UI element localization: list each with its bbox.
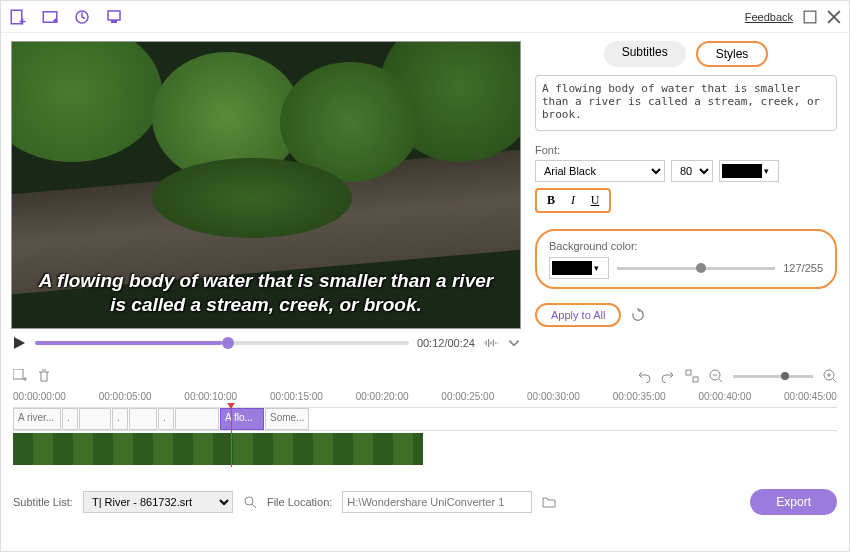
subtitle-list-select[interactable]: T| River - 861732.srt — [83, 491, 233, 513]
subtitle-clip[interactable]: Some... — [265, 408, 309, 430]
opacity-slider[interactable] — [617, 267, 775, 270]
folder-icon[interactable] — [542, 495, 556, 509]
subtitle-clip[interactable] — [79, 408, 111, 430]
zoom-out-icon[interactable] — [709, 369, 723, 383]
timeline-toolbar — [1, 363, 849, 389]
zoom-slider[interactable] — [733, 375, 813, 378]
undo-icon[interactable] — [637, 369, 651, 383]
bold-button[interactable]: B — [543, 193, 559, 208]
waveform-icon[interactable] — [483, 337, 499, 349]
maximize-button[interactable] — [803, 10, 817, 24]
play-button[interactable] — [11, 335, 27, 351]
font-color-picker[interactable]: ▾ — [719, 160, 779, 182]
search-icon[interactable] — [243, 495, 257, 509]
delete-clip-icon[interactable] — [37, 369, 51, 383]
background-section: Background color: ▾ 127/255 — [535, 229, 837, 289]
file-location-label: File Location: — [267, 496, 332, 508]
export-button[interactable]: Export — [750, 489, 837, 515]
seek-bar[interactable] — [35, 341, 409, 345]
bottom-bar: Subtitle List: T| River - 861732.srt Fil… — [1, 469, 849, 523]
timeline: 00:00:00:0000:00:05:0000:00:10:0000:00:1… — [1, 389, 849, 469]
feedback-link[interactable]: Feedback — [745, 11, 793, 23]
import-subtitle-icon[interactable] — [41, 8, 59, 26]
apply-all-button[interactable]: Apply to All — [535, 303, 621, 327]
svg-rect-8 — [693, 377, 698, 382]
font-size-select[interactable]: 80 — [671, 160, 713, 182]
title-bar: Feedback — [1, 1, 849, 33]
opacity-value: 127/255 — [783, 262, 823, 274]
playhead[interactable] — [231, 407, 232, 467]
search-subtitle-icon[interactable] — [105, 8, 123, 26]
time-ruler[interactable]: 00:00:00:0000:00:05:0000:00:10:0000:00:1… — [13, 391, 837, 407]
redo-icon[interactable] — [661, 369, 675, 383]
chevron-down-icon[interactable] — [507, 336, 521, 350]
video-thumbnail-track[interactable] — [13, 433, 423, 465]
svg-rect-3 — [108, 11, 120, 20]
top-right-controls: Feedback — [745, 10, 841, 24]
add-clip-icon[interactable] — [13, 369, 27, 383]
video-column: A flowing body of water that is smaller … — [1, 33, 531, 363]
svg-rect-7 — [686, 370, 691, 375]
subtitle-clip[interactable]: . — [112, 408, 128, 430]
subtitle-overlay: A flowing body of water that is smaller … — [12, 269, 520, 318]
reset-icon[interactable] — [631, 308, 645, 322]
subtitle-clip[interactable]: A river... — [13, 408, 61, 430]
underline-button[interactable]: U — [587, 193, 603, 208]
close-button[interactable] — [827, 10, 841, 24]
ruler-tick: 00:00:15:00 — [270, 391, 323, 407]
bg-color-picker[interactable]: ▾ — [549, 257, 609, 279]
top-left-tools — [9, 8, 123, 26]
text-style-group: B I U — [535, 188, 611, 213]
ruler-tick: 00:00:40:00 — [698, 391, 751, 407]
subtitle-clip[interactable] — [129, 408, 157, 430]
tab-subtitles[interactable]: Subtitles — [604, 41, 686, 67]
ruler-tick: 00:00:00:00 — [13, 391, 66, 407]
ruler-tick: 00:00:05:00 — [99, 391, 152, 407]
ruler-tick: 00:00:25:00 — [441, 391, 494, 407]
ruler-tick: 00:00:30:00 — [527, 391, 580, 407]
auto-generate-icon[interactable] — [73, 8, 91, 26]
font-family-select[interactable]: Arial Black — [535, 160, 665, 182]
font-row: Arial Black 80 ▾ — [535, 160, 837, 182]
subtitle-clip[interactable]: . — [158, 408, 174, 430]
subtitle-clip[interactable] — [175, 408, 219, 430]
svg-point-11 — [245, 497, 253, 505]
subtitle-list-label: Subtitle List: — [13, 496, 73, 508]
font-label: Font: — [535, 144, 837, 156]
video-preview[interactable]: A flowing body of water that is smaller … — [11, 41, 521, 329]
ruler-tick: 00:00:20:00 — [356, 391, 409, 407]
snap-icon[interactable] — [685, 369, 699, 383]
svg-rect-5 — [804, 11, 816, 23]
svg-rect-4 — [111, 20, 117, 23]
time-display: 00:12/00:24 — [417, 337, 475, 349]
subtitle-clip[interactable]: . — [62, 408, 78, 430]
zoom-in-icon[interactable] — [823, 369, 837, 383]
tab-styles[interactable]: Styles — [696, 41, 769, 67]
tab-row: Subtitles Styles — [535, 41, 837, 67]
svg-rect-6 — [13, 369, 23, 379]
subtitle-track[interactable]: A river......A flo...Some... — [13, 407, 837, 431]
playback-controls: 00:12/00:24 — [11, 335, 521, 351]
main-area: A flowing body of water that is smaller … — [1, 33, 849, 363]
italic-button[interactable]: I — [565, 193, 581, 208]
ruler-tick: 00:00:35:00 — [613, 391, 666, 407]
file-location-field[interactable]: H:\Wondershare UniConverter 1 — [342, 491, 532, 513]
new-subtitle-icon[interactable] — [9, 8, 27, 26]
style-panel: Subtitles Styles A flowing body of water… — [531, 33, 849, 363]
apply-row: Apply to All — [535, 303, 837, 327]
subtitle-text-input[interactable]: A flowing body of water that is smaller … — [535, 75, 837, 131]
ruler-tick: 00:00:45:00 — [784, 391, 837, 407]
background-label: Background color: — [549, 240, 638, 252]
